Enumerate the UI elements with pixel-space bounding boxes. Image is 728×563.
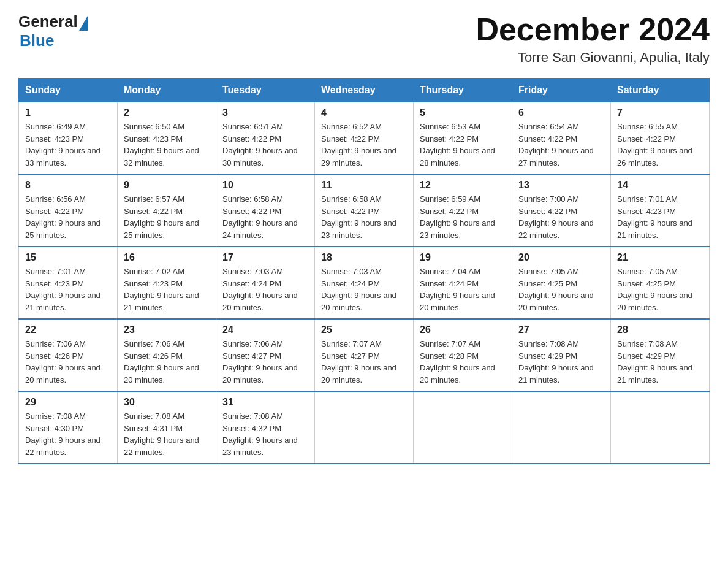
day-info: Sunrise: 7:07 AMSunset: 4:27 PMDaylight:… <box>321 339 396 385</box>
header-saturday: Saturday <box>611 79 710 102</box>
logo-blue-text: Blue <box>20 31 54 50</box>
calendar-cell <box>414 391 512 464</box>
day-number: 25 <box>321 324 407 335</box>
calendar-cell: 21 Sunrise: 7:05 AMSunset: 4:25 PMDaylig… <box>611 247 710 319</box>
day-info: Sunrise: 7:04 AMSunset: 4:24 PMDaylight:… <box>420 267 495 312</box>
day-number: 8 <box>25 180 111 191</box>
day-number: 24 <box>222 324 308 335</box>
day-number: 14 <box>617 180 703 191</box>
day-info: Sunrise: 6:58 AMSunset: 4:22 PMDaylight:… <box>321 194 396 240</box>
day-info: Sunrise: 7:08 AMSunset: 4:29 PMDaylight:… <box>518 339 594 385</box>
calendar-cell: 9 Sunrise: 6:57 AMSunset: 4:22 PMDayligh… <box>118 174 216 247</box>
day-info: Sunrise: 7:08 AMSunset: 4:30 PMDaylight:… <box>25 412 100 457</box>
calendar-cell: 12 Sunrise: 6:59 AMSunset: 4:22 PMDaylig… <box>414 174 512 247</box>
day-info: Sunrise: 7:01 AMSunset: 4:23 PMDaylight:… <box>25 267 100 312</box>
calendar-header-row: SundayMondayTuesdayWednesdayThursdayFrid… <box>19 79 710 102</box>
day-number: 30 <box>124 397 210 408</box>
header-tuesday: Tuesday <box>216 79 315 102</box>
title-area: December 2024 Torre San Giovanni, Apulia… <box>476 12 710 66</box>
calendar-week-row: 22 Sunrise: 7:06 AMSunset: 4:26 PMDaylig… <box>19 319 710 391</box>
day-info: Sunrise: 6:59 AMSunset: 4:22 PMDaylight:… <box>420 194 495 240</box>
calendar-cell: 25 Sunrise: 7:07 AMSunset: 4:27 PMDaylig… <box>315 319 414 391</box>
calendar-cell: 28 Sunrise: 7:08 AMSunset: 4:29 PMDaylig… <box>611 319 710 391</box>
day-number: 1 <box>25 107 111 118</box>
calendar-week-row: 15 Sunrise: 7:01 AMSunset: 4:23 PMDaylig… <box>19 247 710 319</box>
page-header: General Blue December 2024 Torre San Gio… <box>18 12 710 66</box>
calendar-cell: 6 Sunrise: 6:54 AMSunset: 4:22 PMDayligh… <box>512 102 611 175</box>
calendar-table: SundayMondayTuesdayWednesdayThursdayFrid… <box>18 78 710 464</box>
header-sunday: Sunday <box>19 79 118 102</box>
day-info: Sunrise: 6:55 AMSunset: 4:22 PMDaylight:… <box>617 122 692 167</box>
logo: General Blue <box>18 12 88 50</box>
calendar-cell <box>611 391 710 464</box>
day-number: 13 <box>518 180 604 191</box>
day-number: 19 <box>420 252 506 263</box>
day-info: Sunrise: 7:01 AMSunset: 4:23 PMDaylight:… <box>617 194 692 240</box>
day-number: 26 <box>420 324 506 335</box>
header-monday: Monday <box>118 79 216 102</box>
day-info: Sunrise: 6:54 AMSunset: 4:22 PMDaylight:… <box>518 122 594 167</box>
calendar-cell: 5 Sunrise: 6:53 AMSunset: 4:22 PMDayligh… <box>414 102 512 175</box>
logo-general-text: General <box>18 12 78 31</box>
calendar-cell: 8 Sunrise: 6:56 AMSunset: 4:22 PMDayligh… <box>19 174 118 247</box>
day-number: 11 <box>321 180 407 191</box>
month-year-title: December 2024 <box>476 12 710 47</box>
calendar-cell: 1 Sunrise: 6:49 AMSunset: 4:23 PMDayligh… <box>19 102 118 175</box>
calendar-week-row: 8 Sunrise: 6:56 AMSunset: 4:22 PMDayligh… <box>19 174 710 247</box>
header-wednesday: Wednesday <box>315 79 414 102</box>
day-number: 3 <box>222 107 308 118</box>
calendar-cell: 23 Sunrise: 7:06 AMSunset: 4:26 PMDaylig… <box>118 319 216 391</box>
calendar-cell: 7 Sunrise: 6:55 AMSunset: 4:22 PMDayligh… <box>611 102 710 175</box>
location-subtitle: Torre San Giovanni, Apulia, Italy <box>476 50 710 66</box>
calendar-cell: 19 Sunrise: 7:04 AMSunset: 4:24 PMDaylig… <box>414 247 512 319</box>
calendar-cell: 3 Sunrise: 6:51 AMSunset: 4:22 PMDayligh… <box>216 102 315 175</box>
day-number: 15 <box>25 252 111 263</box>
day-number: 6 <box>518 107 604 118</box>
calendar-cell: 22 Sunrise: 7:06 AMSunset: 4:26 PMDaylig… <box>19 319 118 391</box>
day-info: Sunrise: 6:57 AMSunset: 4:22 PMDaylight:… <box>124 194 199 240</box>
day-info: Sunrise: 7:07 AMSunset: 4:28 PMDaylight:… <box>420 339 495 385</box>
calendar-cell: 2 Sunrise: 6:50 AMSunset: 4:23 PMDayligh… <box>118 102 216 175</box>
day-number: 5 <box>420 107 506 118</box>
day-number: 27 <box>518 324 604 335</box>
day-number: 28 <box>617 324 703 335</box>
calendar-cell: 20 Sunrise: 7:05 AMSunset: 4:25 PMDaylig… <box>512 247 611 319</box>
day-number: 29 <box>25 397 111 408</box>
calendar-cell: 11 Sunrise: 6:58 AMSunset: 4:22 PMDaylig… <box>315 174 414 247</box>
day-info: Sunrise: 6:58 AMSunset: 4:22 PMDaylight:… <box>222 194 298 240</box>
calendar-cell: 15 Sunrise: 7:01 AMSunset: 4:23 PMDaylig… <box>19 247 118 319</box>
calendar-cell: 26 Sunrise: 7:07 AMSunset: 4:28 PMDaylig… <box>414 319 512 391</box>
day-number: 17 <box>222 252 308 263</box>
day-info: Sunrise: 7:06 AMSunset: 4:26 PMDaylight:… <box>124 339 199 385</box>
day-info: Sunrise: 7:06 AMSunset: 4:27 PMDaylight:… <box>222 339 298 385</box>
calendar-cell: 31 Sunrise: 7:08 AMSunset: 4:32 PMDaylig… <box>216 391 315 464</box>
calendar-cell: 24 Sunrise: 7:06 AMSunset: 4:27 PMDaylig… <box>216 319 315 391</box>
day-number: 4 <box>321 107 407 118</box>
day-info: Sunrise: 7:03 AMSunset: 4:24 PMDaylight:… <box>222 267 298 312</box>
day-info: Sunrise: 7:06 AMSunset: 4:26 PMDaylight:… <box>25 339 100 385</box>
day-info: Sunrise: 7:03 AMSunset: 4:24 PMDaylight:… <box>321 267 396 312</box>
day-number: 10 <box>222 180 308 191</box>
calendar-cell: 17 Sunrise: 7:03 AMSunset: 4:24 PMDaylig… <box>216 247 315 319</box>
day-info: Sunrise: 7:08 AMSunset: 4:29 PMDaylight:… <box>617 339 692 385</box>
day-number: 18 <box>321 252 407 263</box>
day-info: Sunrise: 6:51 AMSunset: 4:22 PMDaylight:… <box>222 122 298 167</box>
day-number: 31 <box>222 397 308 408</box>
day-number: 2 <box>124 107 210 118</box>
calendar-cell: 27 Sunrise: 7:08 AMSunset: 4:29 PMDaylig… <box>512 319 611 391</box>
calendar-cell: 18 Sunrise: 7:03 AMSunset: 4:24 PMDaylig… <box>315 247 414 319</box>
day-info: Sunrise: 7:00 AMSunset: 4:22 PMDaylight:… <box>518 194 594 240</box>
day-info: Sunrise: 6:56 AMSunset: 4:22 PMDaylight:… <box>25 194 100 240</box>
calendar-cell <box>315 391 414 464</box>
day-number: 21 <box>617 252 703 263</box>
day-info: Sunrise: 6:49 AMSunset: 4:23 PMDaylight:… <box>25 122 100 167</box>
calendar-cell: 14 Sunrise: 7:01 AMSunset: 4:23 PMDaylig… <box>611 174 710 247</box>
day-info: Sunrise: 6:52 AMSunset: 4:22 PMDaylight:… <box>321 122 396 167</box>
day-info: Sunrise: 7:05 AMSunset: 4:25 PMDaylight:… <box>518 267 594 312</box>
day-info: Sunrise: 6:50 AMSunset: 4:23 PMDaylight:… <box>124 122 199 167</box>
day-info: Sunrise: 7:02 AMSunset: 4:23 PMDaylight:… <box>124 267 199 312</box>
calendar-cell <box>512 391 611 464</box>
day-number: 12 <box>420 180 506 191</box>
day-number: 20 <box>518 252 604 263</box>
day-info: Sunrise: 7:05 AMSunset: 4:25 PMDaylight:… <box>617 267 692 312</box>
